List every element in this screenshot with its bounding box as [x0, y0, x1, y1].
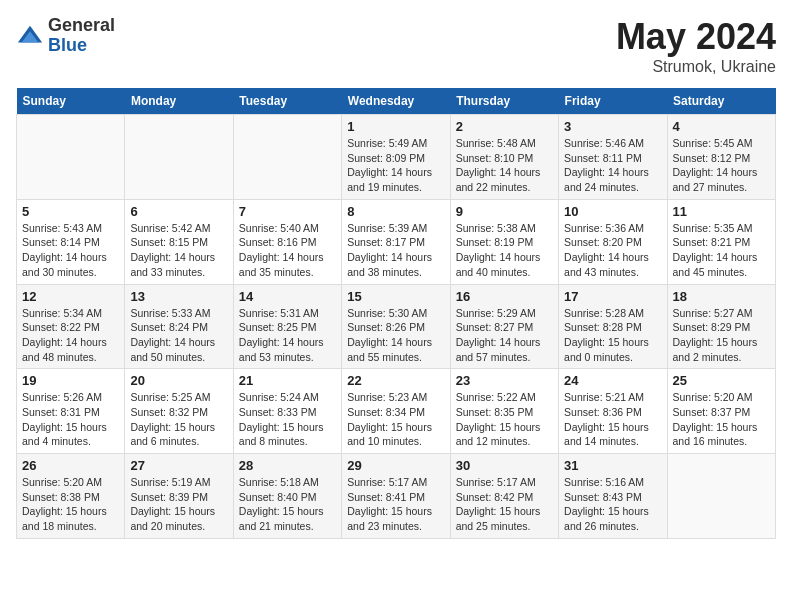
- day-number: 25: [673, 373, 770, 388]
- day-info: Sunrise: 5:40 AM Sunset: 8:16 PM Dayligh…: [239, 221, 336, 280]
- day-info: Sunrise: 5:33 AM Sunset: 8:24 PM Dayligh…: [130, 306, 227, 365]
- calendar-day-cell: 15Sunrise: 5:30 AM Sunset: 8:26 PM Dayli…: [342, 284, 450, 369]
- day-info: Sunrise: 5:31 AM Sunset: 8:25 PM Dayligh…: [239, 306, 336, 365]
- day-info: Sunrise: 5:46 AM Sunset: 8:11 PM Dayligh…: [564, 136, 661, 195]
- calendar-day-cell: 4Sunrise: 5:45 AM Sunset: 8:12 PM Daylig…: [667, 115, 775, 200]
- day-info: Sunrise: 5:22 AM Sunset: 8:35 PM Dayligh…: [456, 390, 553, 449]
- day-number: 29: [347, 458, 444, 473]
- day-number: 3: [564, 119, 661, 134]
- logo-general: General: [48, 16, 115, 36]
- day-number: 11: [673, 204, 770, 219]
- day-info: Sunrise: 5:21 AM Sunset: 8:36 PM Dayligh…: [564, 390, 661, 449]
- calendar-day-cell: 10Sunrise: 5:36 AM Sunset: 8:20 PM Dayli…: [559, 199, 667, 284]
- calendar-day-cell: 27Sunrise: 5:19 AM Sunset: 8:39 PM Dayli…: [125, 454, 233, 539]
- day-number: 1: [347, 119, 444, 134]
- calendar-body: 1Sunrise: 5:49 AM Sunset: 8:09 PM Daylig…: [17, 115, 776, 539]
- calendar-day-cell: 2Sunrise: 5:48 AM Sunset: 8:10 PM Daylig…: [450, 115, 558, 200]
- day-info: Sunrise: 5:29 AM Sunset: 8:27 PM Dayligh…: [456, 306, 553, 365]
- calendar-day-cell: 25Sunrise: 5:20 AM Sunset: 8:37 PM Dayli…: [667, 369, 775, 454]
- day-number: 24: [564, 373, 661, 388]
- calendar-day-cell: 28Sunrise: 5:18 AM Sunset: 8:40 PM Dayli…: [233, 454, 341, 539]
- calendar-week-row: 19Sunrise: 5:26 AM Sunset: 8:31 PM Dayli…: [17, 369, 776, 454]
- weekday-monday: Monday: [125, 88, 233, 115]
- day-info: Sunrise: 5:36 AM Sunset: 8:20 PM Dayligh…: [564, 221, 661, 280]
- calendar-day-cell: 29Sunrise: 5:17 AM Sunset: 8:41 PM Dayli…: [342, 454, 450, 539]
- calendar-day-cell: 13Sunrise: 5:33 AM Sunset: 8:24 PM Dayli…: [125, 284, 233, 369]
- day-info: Sunrise: 5:23 AM Sunset: 8:34 PM Dayligh…: [347, 390, 444, 449]
- title-block: May 2024 Strumok, Ukraine: [616, 16, 776, 76]
- logo-blue: Blue: [48, 36, 115, 56]
- day-number: 12: [22, 289, 119, 304]
- day-info: Sunrise: 5:45 AM Sunset: 8:12 PM Dayligh…: [673, 136, 770, 195]
- calendar-day-cell: 9Sunrise: 5:38 AM Sunset: 8:19 PM Daylig…: [450, 199, 558, 284]
- day-number: 4: [673, 119, 770, 134]
- day-number: 23: [456, 373, 553, 388]
- day-info: Sunrise: 5:43 AM Sunset: 8:14 PM Dayligh…: [22, 221, 119, 280]
- calendar-day-cell: 1Sunrise: 5:49 AM Sunset: 8:09 PM Daylig…: [342, 115, 450, 200]
- weekday-row: SundayMondayTuesdayWednesdayThursdayFrid…: [17, 88, 776, 115]
- calendar-week-row: 12Sunrise: 5:34 AM Sunset: 8:22 PM Dayli…: [17, 284, 776, 369]
- calendar-day-cell: 19Sunrise: 5:26 AM Sunset: 8:31 PM Dayli…: [17, 369, 125, 454]
- day-info: Sunrise: 5:39 AM Sunset: 8:17 PM Dayligh…: [347, 221, 444, 280]
- day-info: Sunrise: 5:17 AM Sunset: 8:41 PM Dayligh…: [347, 475, 444, 534]
- day-info: Sunrise: 5:28 AM Sunset: 8:28 PM Dayligh…: [564, 306, 661, 365]
- calendar-day-cell: [667, 454, 775, 539]
- weekday-saturday: Saturday: [667, 88, 775, 115]
- calendar-day-cell: 7Sunrise: 5:40 AM Sunset: 8:16 PM Daylig…: [233, 199, 341, 284]
- weekday-sunday: Sunday: [17, 88, 125, 115]
- day-info: Sunrise: 5:17 AM Sunset: 8:42 PM Dayligh…: [456, 475, 553, 534]
- day-number: 15: [347, 289, 444, 304]
- calendar-week-row: 5Sunrise: 5:43 AM Sunset: 8:14 PM Daylig…: [17, 199, 776, 284]
- calendar-day-cell: 3Sunrise: 5:46 AM Sunset: 8:11 PM Daylig…: [559, 115, 667, 200]
- day-number: 20: [130, 373, 227, 388]
- calendar-day-cell: 11Sunrise: 5:35 AM Sunset: 8:21 PM Dayli…: [667, 199, 775, 284]
- logo: General Blue: [16, 16, 115, 56]
- day-number: 19: [22, 373, 119, 388]
- day-number: 18: [673, 289, 770, 304]
- title-month: May 2024: [616, 16, 776, 58]
- calendar-day-cell: 8Sunrise: 5:39 AM Sunset: 8:17 PM Daylig…: [342, 199, 450, 284]
- day-info: Sunrise: 5:19 AM Sunset: 8:39 PM Dayligh…: [130, 475, 227, 534]
- calendar-day-cell: 23Sunrise: 5:22 AM Sunset: 8:35 PM Dayli…: [450, 369, 558, 454]
- logo-text: General Blue: [48, 16, 115, 56]
- day-info: Sunrise: 5:42 AM Sunset: 8:15 PM Dayligh…: [130, 221, 227, 280]
- day-number: 2: [456, 119, 553, 134]
- calendar-day-cell: [125, 115, 233, 200]
- day-number: 21: [239, 373, 336, 388]
- calendar-day-cell: 24Sunrise: 5:21 AM Sunset: 8:36 PM Dayli…: [559, 369, 667, 454]
- calendar-day-cell: [17, 115, 125, 200]
- calendar-day-cell: 5Sunrise: 5:43 AM Sunset: 8:14 PM Daylig…: [17, 199, 125, 284]
- title-location: Strumok, Ukraine: [616, 58, 776, 76]
- day-number: 17: [564, 289, 661, 304]
- day-info: Sunrise: 5:18 AM Sunset: 8:40 PM Dayligh…: [239, 475, 336, 534]
- day-number: 22: [347, 373, 444, 388]
- day-number: 5: [22, 204, 119, 219]
- calendar-day-cell: 30Sunrise: 5:17 AM Sunset: 8:42 PM Dayli…: [450, 454, 558, 539]
- day-number: 28: [239, 458, 336, 473]
- calendar-day-cell: 26Sunrise: 5:20 AM Sunset: 8:38 PM Dayli…: [17, 454, 125, 539]
- day-number: 31: [564, 458, 661, 473]
- calendar-day-cell: 31Sunrise: 5:16 AM Sunset: 8:43 PM Dayli…: [559, 454, 667, 539]
- day-info: Sunrise: 5:20 AM Sunset: 8:38 PM Dayligh…: [22, 475, 119, 534]
- day-info: Sunrise: 5:35 AM Sunset: 8:21 PM Dayligh…: [673, 221, 770, 280]
- day-info: Sunrise: 5:38 AM Sunset: 8:19 PM Dayligh…: [456, 221, 553, 280]
- day-info: Sunrise: 5:20 AM Sunset: 8:37 PM Dayligh…: [673, 390, 770, 449]
- calendar-day-cell: 12Sunrise: 5:34 AM Sunset: 8:22 PM Dayli…: [17, 284, 125, 369]
- day-info: Sunrise: 5:26 AM Sunset: 8:31 PM Dayligh…: [22, 390, 119, 449]
- day-info: Sunrise: 5:49 AM Sunset: 8:09 PM Dayligh…: [347, 136, 444, 195]
- day-info: Sunrise: 5:27 AM Sunset: 8:29 PM Dayligh…: [673, 306, 770, 365]
- calendar-day-cell: 18Sunrise: 5:27 AM Sunset: 8:29 PM Dayli…: [667, 284, 775, 369]
- day-number: 30: [456, 458, 553, 473]
- day-number: 9: [456, 204, 553, 219]
- weekday-thursday: Thursday: [450, 88, 558, 115]
- day-info: Sunrise: 5:24 AM Sunset: 8:33 PM Dayligh…: [239, 390, 336, 449]
- day-number: 26: [22, 458, 119, 473]
- page-header: General Blue May 2024 Strumok, Ukraine: [16, 16, 776, 76]
- calendar-day-cell: 14Sunrise: 5:31 AM Sunset: 8:25 PM Dayli…: [233, 284, 341, 369]
- weekday-tuesday: Tuesday: [233, 88, 341, 115]
- day-number: 16: [456, 289, 553, 304]
- calendar-header: SundayMondayTuesdayWednesdayThursdayFrid…: [17, 88, 776, 115]
- calendar-day-cell: 17Sunrise: 5:28 AM Sunset: 8:28 PM Dayli…: [559, 284, 667, 369]
- day-number: 13: [130, 289, 227, 304]
- calendar-day-cell: 22Sunrise: 5:23 AM Sunset: 8:34 PM Dayli…: [342, 369, 450, 454]
